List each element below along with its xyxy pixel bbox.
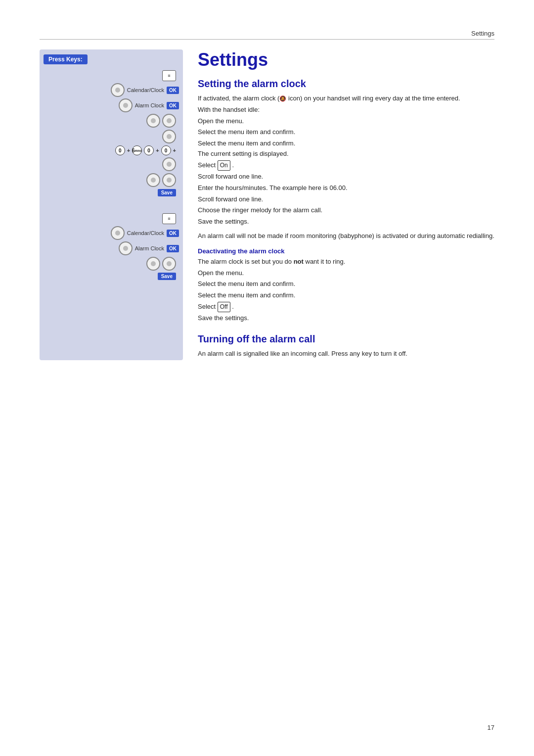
num-key-0c: 0 <box>161 145 171 155</box>
nav-btn-alarm-2 <box>119 241 133 255</box>
alarm-clock-label-1: Alarm Clock <box>135 102 164 108</box>
plus-1: + <box>127 147 130 153</box>
plus-2: + <box>156 147 159 153</box>
nav-down-4 <box>162 257 176 271</box>
alarm-clock-label-2: Alarm Clock <box>135 245 164 251</box>
page-number: 17 <box>488 724 494 731</box>
step-select-confirm-2: Select the menu item and confirm.The cur… <box>198 139 494 159</box>
nav-btn-calendar <box>111 83 125 97</box>
save-btn-1: Save <box>158 189 176 196</box>
step-scroll-1: Scroll forward one line. <box>198 172 494 182</box>
save-btn-2: Save <box>158 273 176 280</box>
nav-up-2 <box>146 257 160 271</box>
ok-badge-3: OK <box>167 230 179 237</box>
header-title: Settings <box>471 30 494 37</box>
on-box: On <box>218 160 230 171</box>
nav-down-2 <box>162 130 176 143</box>
step-select-on: Select On . <box>198 160 494 171</box>
nav-arrows-row-2 <box>44 257 179 271</box>
subsection-title-deactivate: Deactivating the alarm clock <box>198 247 494 255</box>
step-select-off: Select Off . <box>198 302 494 312</box>
nav-down-3 <box>162 157 176 171</box>
nav-up-1 <box>146 114 160 128</box>
nav-down-1 <box>162 114 176 128</box>
step-open-menu-2: Open the menu. <box>198 268 494 279</box>
plus-3: + <box>173 147 176 153</box>
nav-left-1 <box>146 173 160 187</box>
off-box: Off <box>218 302 230 312</box>
step-save-2: Save the settings. <box>198 313 494 324</box>
save-row-1: Save <box>44 189 179 196</box>
ok-badge-1: OK <box>167 87 179 94</box>
num-key-6: 6mno <box>132 145 142 155</box>
step-ringer: Choose the ringer melody for the alarm c… <box>198 205 494 216</box>
step-select-confirm-3: Select the menu item and confirm. <box>198 279 494 289</box>
step-save-1: Save the settings. <box>198 217 494 227</box>
press-keys-label: Press Keys: <box>44 54 88 64</box>
step-select-confirm-4: Select the menu item and confirm. <box>198 290 494 301</box>
nav-down-row <box>44 130 179 143</box>
main-title: Settings <box>198 49 494 70</box>
calendar-clock-row: Calendar/Clock OK <box>44 83 179 97</box>
num-key-0b: 0 <box>144 145 154 155</box>
ok-badge-4: OK <box>167 245 179 252</box>
alarm-note: An alarm call will not be made if room m… <box>198 231 494 241</box>
section-title-alarm: Setting the alarm clock <box>198 78 494 90</box>
step-open-menu-1: Open the menu. <box>198 116 494 127</box>
nav-down-row-2 <box>44 157 179 171</box>
nav-btn-alarm-1 <box>119 98 133 112</box>
spacer-1 <box>44 198 179 213</box>
save-row-2: Save <box>44 273 179 280</box>
section-title-turning-off: Turning off the alarm call <box>198 333 494 345</box>
nav-right-1 <box>162 173 176 187</box>
calendar-clock-label-2: Calendar/Clock <box>127 230 164 236</box>
menu-key-row-2: ≡ <box>44 213 179 224</box>
turning-off-text: An alarm call is signalled like an incom… <box>198 349 494 359</box>
deactivate-intro: The alarm clock is set but you do not wa… <box>198 257 494 267</box>
nav-btn-calendar-2 <box>111 226 125 240</box>
right-panel: Settings Setting the alarm clock If acti… <box>183 49 494 360</box>
header: Settings <box>40 30 494 40</box>
menu-icon-1: ≡ <box>162 70 176 81</box>
menu-icon-2: ≡ <box>162 213 176 224</box>
page: Settings Press Keys: ≡ Calendar/Clock OK… <box>0 0 534 756</box>
press-keys-panel: Press Keys: ≡ Calendar/Clock OK Alarm Cl… <box>40 49 183 360</box>
num-key-0a: 0 <box>115 145 125 155</box>
step-select-confirm-1: Select the menu item and confirm. <box>198 127 494 138</box>
nav-arrows-row-1 <box>44 114 179 128</box>
ok-badge-2: OK <box>167 102 179 109</box>
alarm-clock-row-1: Alarm Clock OK <box>44 98 179 112</box>
calendar-clock-row-2: Calendar/Clock OK <box>44 226 179 240</box>
calendar-clock-label: Calendar/Clock <box>127 87 164 93</box>
content-area: Press Keys: ≡ Calendar/Clock OK Alarm Cl… <box>40 49 494 360</box>
handset-idle: With the handset idle: <box>198 105 494 115</box>
alarm-clock-row-2: Alarm Clock OK <box>44 241 179 255</box>
step-scroll-2: Scroll forward one line. <box>198 194 494 205</box>
menu-key-row-1: ≡ <box>44 70 179 81</box>
num-keys-row: 0 + 6mno 0 + 0 + <box>44 145 179 155</box>
nav-two-row <box>44 173 179 187</box>
alarm-intro: If activated, the alarm clock (🔕 icon) o… <box>198 94 494 104</box>
step-enter-time: Enter the hours/minutes. The example her… <box>198 183 494 193</box>
